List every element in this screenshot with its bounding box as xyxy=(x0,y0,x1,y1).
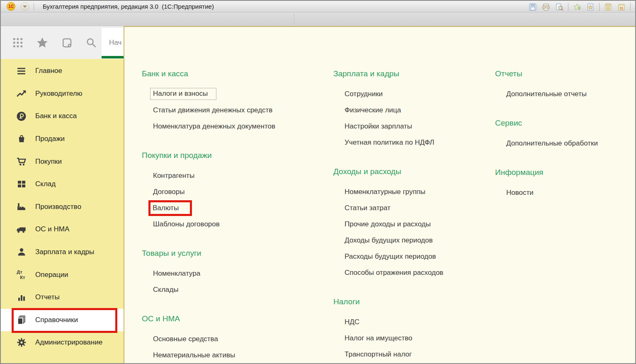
svg-text:31: 31 xyxy=(619,6,624,10)
menu-item[interactable]: Способы отражения расходов xyxy=(333,265,499,281)
menu-section-nalogi: Налоги НДС Налог на имущество Транспортн… xyxy=(333,296,499,362)
section-title: Покупки и продажи xyxy=(142,149,324,162)
sidebar-item-prodazhi[interactable]: Продажи xyxy=(1,128,124,150)
section-title: ОС и НМА xyxy=(142,313,324,325)
warehouse-boxes-icon xyxy=(16,179,27,190)
menu-item[interactable]: Номенклатура денежных документов xyxy=(142,118,324,134)
menu-column-1: Банк и касса Налоги и взносы Статьи движ… xyxy=(142,27,324,364)
menu-item[interactable]: Контрагенты xyxy=(142,167,324,184)
menu-item[interactable]: Номенклатурные группы xyxy=(333,184,499,200)
sidebar-item-spravochniki[interactable]: Справочники xyxy=(1,309,124,332)
section-title: Товары и услуги xyxy=(142,247,324,260)
titlebar-icon-strip: 31 xyxy=(526,2,633,12)
annotation-box-currencies: Валюты xyxy=(148,200,192,216)
favorites-add-icon[interactable] xyxy=(572,2,583,12)
sidebar-item-otchety[interactable]: Отчеты xyxy=(1,286,124,309)
tab-home[interactable]: Нач xyxy=(102,28,124,59)
window-title: Бухгалтерия предприятия, редакция 3.0 (1… xyxy=(43,3,214,10)
menu-item[interactable]: Физические лица xyxy=(333,102,499,118)
menu-section-tovary-i-uslugi: Товары и услуги Номенклатура Склады xyxy=(142,247,324,298)
menu-item[interactable]: Доходы будущих периодов xyxy=(333,232,499,248)
menu-item[interactable]: Сотрудники xyxy=(333,86,499,102)
menu-column-2: Зарплата и кадры Сотрудники Физические л… xyxy=(333,27,499,364)
print-preview-icon[interactable] xyxy=(554,2,565,12)
apps-grid-icon[interactable] xyxy=(11,36,24,49)
save-icon[interactable] xyxy=(527,2,538,12)
sidebar-item-rukovoditelyu[interactable]: Руководителю xyxy=(1,83,124,105)
truck-icon xyxy=(16,224,27,235)
menu-column-3: Отчеты Дополнительные отчеты Сервис Допо… xyxy=(495,27,632,216)
ruble-circle-icon xyxy=(16,111,27,122)
search-icon[interactable] xyxy=(85,36,98,49)
menu-item[interactable]: Статьи движения денежных средств xyxy=(142,102,324,118)
section-title: Информация xyxy=(495,166,632,179)
title-bar: 1С Бухгалтерия предприятия, редакция 3.0… xyxy=(1,1,635,12)
sidebar-item-operacii[interactable]: ДтКт Операции xyxy=(1,263,124,286)
menu-item[interactable]: Дополнительные отчеты xyxy=(495,86,632,102)
factory-icon xyxy=(16,201,27,212)
section-title: Зарплата и кадры xyxy=(333,68,499,80)
menu-item[interactable]: Статьи затрат xyxy=(333,200,499,216)
menu-item[interactable]: Прочие доходы и расходы xyxy=(333,216,499,232)
sidebar: Главное Руководителю Банк и касса Продаж… xyxy=(1,59,124,364)
history-icon[interactable] xyxy=(60,36,73,49)
menu-item-taxes-contributions[interactable]: Налоги и взносы xyxy=(142,86,324,102)
sidebar-item-sklad[interactable]: Склад xyxy=(1,173,124,196)
section-title: Сервис xyxy=(495,117,632,129)
menu-section-dohody-i-rashody: Доходы и расходы Номенклатурные группы С… xyxy=(333,165,499,281)
menu-item[interactable]: Дополнительные обработки xyxy=(495,135,632,151)
upper-strip xyxy=(1,12,635,26)
divider xyxy=(599,3,600,11)
functions-menu-panel: Банк и касса Налоги и взносы Статьи движ… xyxy=(124,26,636,364)
menu-item[interactable]: Шаблоны договоров xyxy=(142,216,324,232)
sidebar-item-bank-i-kassa[interactable]: Банк и касса xyxy=(1,105,124,128)
quick-toolbar xyxy=(1,26,100,59)
app-window: 1С Бухгалтерия предприятия, редакция 3.0… xyxy=(0,0,636,364)
divider xyxy=(568,3,568,11)
sidebar-item-pokupki[interactable]: Покупки xyxy=(1,150,124,173)
section-title: Налоги xyxy=(333,296,499,308)
print-icon[interactable] xyxy=(541,2,551,12)
divider xyxy=(34,3,34,10)
sidebar-item-proizvodstvo[interactable]: Производство xyxy=(1,196,124,218)
divider xyxy=(630,3,631,11)
menu-section-zarplata-i-kadry: Зарплата и кадры Сотрудники Физические л… xyxy=(333,68,499,150)
menu-section-bank-i-kassa: Банк и касса Налоги и взносы Статьи движ… xyxy=(142,68,324,134)
sidebar-item-glavnoe[interactable]: Главное xyxy=(1,60,124,83)
menu-item[interactable]: Номенклатура xyxy=(142,265,324,281)
menu-item[interactable]: Основные средства xyxy=(142,331,324,347)
stacked-books-icon xyxy=(16,314,27,325)
menu-item[interactable]: Договоры xyxy=(142,184,324,200)
calculator-icon[interactable] xyxy=(603,2,614,12)
menu-item[interactable]: Настройки зарплаты xyxy=(333,118,499,134)
1c-logo-icon: 1С xyxy=(7,2,15,11)
menu-item[interactable]: Склады xyxy=(142,281,324,298)
menu-item[interactable]: Учетная политика по НДФЛ xyxy=(333,134,499,150)
svg-text:Дт: Дт xyxy=(17,269,22,274)
menu-section-informaciya: Информация Новости xyxy=(495,166,632,201)
chevron-down-icon xyxy=(23,5,27,8)
person-icon xyxy=(16,247,27,258)
gear-icon xyxy=(16,337,27,348)
menu-section-os-i-nma: ОС и НМА Основные средства Нематериальны… xyxy=(142,313,324,363)
sidebar-item-zarplata-i-kadry[interactable]: Зарплата и кадры xyxy=(1,241,124,264)
calendar-icon[interactable]: 31 xyxy=(616,2,627,12)
hamburger-icon xyxy=(16,66,27,77)
bar-chart-icon xyxy=(16,292,27,303)
menu-item[interactable]: Новости xyxy=(495,184,632,201)
menu-item[interactable]: Нематериальные активы xyxy=(142,347,324,363)
sidebar-item-administrirovanie[interactable]: Администрирование xyxy=(1,331,124,354)
menu-item-currencies[interactable]: Валюты xyxy=(142,200,324,216)
menu-item[interactable]: Расходы будущих периодов xyxy=(333,248,499,265)
sidebar-item-os-i-nma[interactable]: ОС и НМА xyxy=(1,218,124,241)
menu-item[interactable]: НДС xyxy=(333,314,499,330)
document-star-icon[interactable] xyxy=(585,2,596,12)
main-menu-dropdown-button[interactable] xyxy=(21,2,29,11)
menu-item[interactable]: Транспортный налог xyxy=(333,346,499,362)
menu-item[interactable]: Налог на имущество xyxy=(333,330,499,346)
svg-text:Кт: Кт xyxy=(20,275,25,280)
shopping-bag-icon xyxy=(16,133,27,145)
section-title: Доходы и расходы xyxy=(333,165,499,178)
menu-section-otchety: Отчеты Дополнительные отчеты xyxy=(495,68,632,102)
favorites-star-icon[interactable] xyxy=(36,36,49,49)
